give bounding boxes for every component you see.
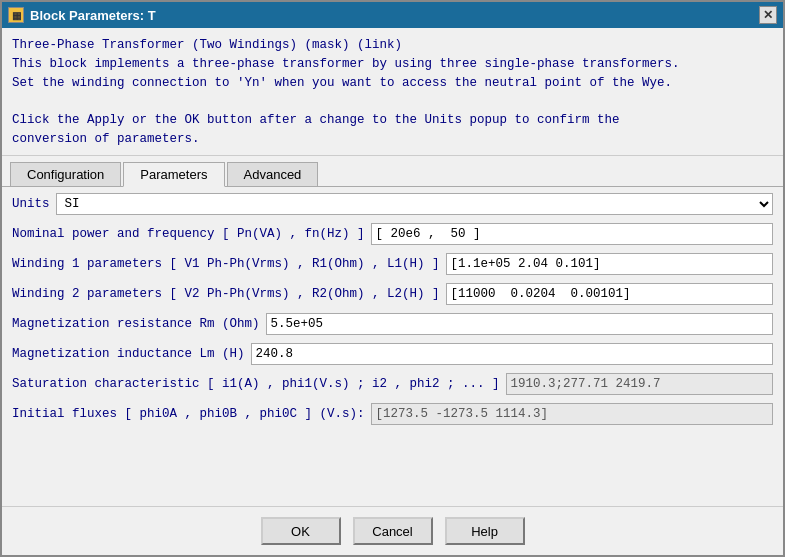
tab-advanced[interactable]: Advanced xyxy=(227,162,319,186)
nominal-power-input[interactable] xyxy=(371,223,773,245)
ok-button[interactable]: OK xyxy=(261,517,341,545)
units-select[interactable]: SI xyxy=(56,193,773,215)
mag-resistance-row: Magnetization resistance Rm (Ohm) xyxy=(12,311,773,337)
dialog-window: ▦ Block Parameters: T ✕ Three-Phase Tran… xyxy=(0,0,785,557)
title-bar: ▦ Block Parameters: T ✕ xyxy=(2,2,783,28)
initial-fluxes-input[interactable] xyxy=(371,403,773,425)
nominal-power-row: Nominal power and frequency [ Pn(VA) , f… xyxy=(12,221,773,247)
help-button[interactable]: Help xyxy=(445,517,525,545)
mag-resistance-input[interactable] xyxy=(266,313,773,335)
tab-configuration[interactable]: Configuration xyxy=(10,162,121,186)
description-area: Three-Phase Transformer (Two Windings) (… xyxy=(2,28,783,156)
mag-inductance-input[interactable] xyxy=(251,343,773,365)
nominal-power-label: Nominal power and frequency [ Pn(VA) , f… xyxy=(12,227,365,241)
winding2-row: Winding 2 parameters [ V2 Ph-Ph(Vrms) , … xyxy=(12,281,773,307)
tab-parameters[interactable]: Parameters xyxy=(123,162,224,187)
mag-inductance-row: Magnetization inductance Lm (H) xyxy=(12,341,773,367)
title-bar-left: ▦ Block Parameters: T xyxy=(8,7,156,23)
mag-inductance-label: Magnetization inductance Lm (H) xyxy=(12,347,245,361)
initial-fluxes-row: Initial fluxes [ phi0A , phi0B , phi0C ]… xyxy=(12,401,773,427)
saturation-input[interactable] xyxy=(506,373,773,395)
winding2-input[interactable] xyxy=(446,283,773,305)
content-area: Units SI Nominal power and frequency [ P… xyxy=(2,187,783,507)
units-label: Units xyxy=(12,197,50,211)
close-button[interactable]: ✕ xyxy=(759,6,777,24)
tabs-row: Configuration Parameters Advanced xyxy=(2,156,783,187)
winding1-row: Winding 1 parameters [ V1 Ph-Ph(Vrms) , … xyxy=(12,251,773,277)
desc-line2: This block implements a three-phase tran… xyxy=(12,55,773,74)
winding1-label: Winding 1 parameters [ V1 Ph-Ph(Vrms) , … xyxy=(12,257,440,271)
desc-line5: Click the Apply or the OK button after a… xyxy=(12,111,773,130)
desc-spacer xyxy=(12,92,773,111)
saturation-label: Saturation characteristic [ i1(A) , phi1… xyxy=(12,377,500,391)
saturation-row: Saturation characteristic [ i1(A) , phi1… xyxy=(12,371,773,397)
desc-line3: Set the winding connection to 'Yn' when … xyxy=(12,74,773,93)
winding2-label: Winding 2 parameters [ V2 Ph-Ph(Vrms) , … xyxy=(12,287,440,301)
desc-line1: Three-Phase Transformer (Two Windings) (… xyxy=(12,36,773,55)
block-icon: ▦ xyxy=(8,7,24,23)
units-row: Units SI xyxy=(12,193,773,215)
desc-line6: conversion of parameters. xyxy=(12,130,773,149)
mag-resistance-label: Magnetization resistance Rm (Ohm) xyxy=(12,317,260,331)
winding1-input[interactable] xyxy=(446,253,773,275)
footer: OK Cancel Help xyxy=(2,506,783,555)
initial-fluxes-label: Initial fluxes [ phi0A , phi0B , phi0C ]… xyxy=(12,407,365,421)
dialog-title: Block Parameters: T xyxy=(30,8,156,23)
cancel-button[interactable]: Cancel xyxy=(353,517,433,545)
